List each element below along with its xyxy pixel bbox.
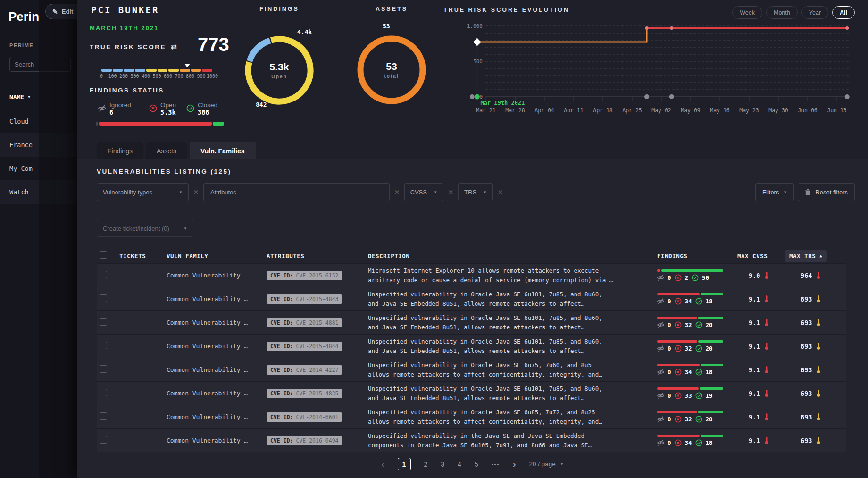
cvss-filter-select[interactable]: CVSS▼ bbox=[404, 183, 443, 201]
vuln-family-cell: Common Vulnerability … bbox=[167, 295, 267, 302]
closed-count: 20 bbox=[706, 345, 713, 352]
tab-vuln-families[interactable]: Vuln. Families bbox=[190, 142, 256, 159]
table-row[interactable]: Common Vulnerability … CVE ID:CVE-2015-4… bbox=[97, 310, 846, 334]
cve-attribute-chip[interactable]: CVE ID:CVE-2014-4227 bbox=[267, 365, 342, 375]
table-row[interactable]: Common Vulnerability … CVE ID:CVE-2015-6… bbox=[97, 263, 846, 287]
cve-attribute-chip[interactable]: CVE ID:CVE-2015-4835 bbox=[267, 389, 342, 398]
table-row[interactable]: Common Vulnerability … CVE ID:CVE-2015-4… bbox=[97, 334, 846, 358]
table-header-row: TICKETSVULN FAMILYATTRIBUTESDESCRIPTIONF… bbox=[97, 248, 846, 263]
swap-arrows-icon[interactable]: ⇄ bbox=[171, 42, 177, 51]
trash-icon bbox=[805, 189, 811, 196]
cve-attribute-chip[interactable]: CVE ID:CVE-2015-4844 bbox=[267, 342, 342, 351]
row-checkbox[interactable] bbox=[100, 436, 107, 444]
donut-center-label: Open bbox=[271, 74, 287, 79]
row-checkbox[interactable] bbox=[100, 318, 107, 326]
max-trs-cell: 693 bbox=[785, 342, 846, 350]
page-4[interactable]: 4 bbox=[458, 461, 461, 468]
chevron-down-icon: ▼ bbox=[483, 190, 487, 194]
eye-slash-icon bbox=[657, 439, 664, 446]
column-header-max-cvss[interactable]: MAX CVSS bbox=[737, 252, 785, 260]
tab-assets[interactable]: Assets bbox=[146, 142, 187, 159]
table-row[interactable]: Common Vulnerability … CVE ID:CVE-2015-4… bbox=[97, 381, 846, 405]
status-closed: Closed 386 bbox=[186, 101, 217, 116]
max-trs-cell: 693 bbox=[785, 366, 846, 374]
filters-dropdown-button[interactable]: Filters▼ bbox=[755, 183, 794, 201]
clear-filter-icon[interactable]: ✕ bbox=[394, 189, 400, 196]
create-ticket-select[interactable]: Create ticket/incident (0)▼ bbox=[97, 220, 193, 237]
clear-filter-icon[interactable]: ✕ bbox=[498, 189, 503, 196]
page-size-select[interactable]: 20 / page▼ bbox=[529, 461, 564, 468]
next-page-icon[interactable]: › bbox=[513, 459, 516, 470]
clear-filter-icon[interactable]: ✕ bbox=[193, 189, 199, 196]
column-header-max-trs[interactable]: MAX TRS▲ bbox=[785, 250, 827, 262]
open-count: 34 bbox=[685, 369, 692, 376]
findings-cell: 0 32 20 bbox=[657, 317, 737, 328]
circle-x-icon bbox=[675, 345, 682, 352]
sidebar-name-sort-header[interactable]: NAME ▼ bbox=[9, 93, 30, 101]
vuln-family-cell: Common Vulnerability … bbox=[167, 366, 267, 373]
description-cell: Microsoft Internet Explorer 10 allows re… bbox=[368, 266, 616, 285]
findings-cell: 0 34 18 bbox=[657, 293, 737, 305]
tab-findings[interactable]: Findings bbox=[97, 142, 143, 159]
row-checkbox[interactable] bbox=[100, 342, 107, 349]
sidebar-section-label: PERIME bbox=[9, 42, 33, 48]
trs-filter-select[interactable]: TRS▼ bbox=[458, 183, 493, 201]
cve-attribute-chip[interactable]: CVE ID:CVE-2014-6601 bbox=[267, 412, 342, 422]
clear-filter-icon[interactable]: ✕ bbox=[448, 189, 453, 196]
ignored-count: 0 bbox=[668, 298, 671, 305]
circle-x-icon bbox=[675, 298, 682, 305]
status-label: Open bbox=[160, 101, 176, 109]
svg-text:Mar 28: Mar 28 bbox=[505, 107, 525, 114]
svg-text:500: 500 bbox=[473, 59, 483, 65]
findings-status-bar bbox=[96, 122, 224, 126]
open-count: 34 bbox=[685, 439, 692, 446]
svg-text:Jun 13: Jun 13 bbox=[827, 107, 847, 114]
page-2[interactable]: 2 bbox=[424, 461, 428, 468]
cve-attribute-chip[interactable]: CVE ID:CVE-2015-4843 bbox=[267, 294, 342, 304]
chevron-down-icon: ▼ bbox=[179, 190, 183, 194]
prev-page-icon[interactable]: ‹ bbox=[381, 459, 384, 470]
closed-count: 20 bbox=[706, 416, 713, 423]
column-header-attributes[interactable]: ATTRIBUTES bbox=[267, 252, 368, 260]
page-3[interactable]: 3 bbox=[441, 461, 444, 468]
eye-slash-icon bbox=[657, 369, 664, 376]
circle-check-icon bbox=[695, 369, 702, 376]
more-pages-icon[interactable]: ••• bbox=[492, 461, 500, 467]
select-all-checkbox[interactable] bbox=[100, 251, 107, 259]
vuln-family-cell: Common Vulnerability … bbox=[167, 413, 267, 420]
attributes-filter-input[interactable] bbox=[243, 189, 389, 196]
findings-cell: 0 34 18 bbox=[657, 364, 737, 376]
vulnerability-types-select[interactable]: Vulnerability types▼ bbox=[97, 183, 189, 201]
circle-x-icon bbox=[675, 321, 682, 328]
findings-donut-label-secondary: 842 bbox=[256, 101, 267, 108]
findings-cell: 0 32 20 bbox=[657, 340, 737, 352]
page-5[interactable]: 5 bbox=[475, 461, 478, 468]
table-row[interactable]: Common Vulnerability … CVE ID:CVE-2016-0… bbox=[97, 428, 846, 452]
table-row[interactable]: Common Vulnerability … CVE ID:CVE-2014-6… bbox=[97, 405, 846, 428]
max-trs-cell: 693 bbox=[785, 413, 846, 421]
eye-slash-icon bbox=[657, 274, 664, 281]
max-cvss-cell: 9.1 bbox=[737, 413, 785, 421]
cve-attribute-chip[interactable]: CVE ID:CVE-2015-6152 bbox=[267, 271, 342, 280]
svg-text:May 23: May 23 bbox=[739, 107, 759, 114]
row-checkbox[interactable] bbox=[100, 271, 107, 278]
status-label: Ignored bbox=[109, 101, 131, 109]
table-row[interactable]: Common Vulnerability … CVE ID:CVE-2014-4… bbox=[97, 358, 846, 381]
closed-count: 18 bbox=[706, 298, 713, 305]
row-checkbox[interactable] bbox=[100, 365, 107, 373]
row-checkbox[interactable] bbox=[100, 294, 107, 302]
table-row[interactable]: Common Vulnerability … CVE ID:CVE-2015-4… bbox=[97, 287, 846, 310]
column-header-tickets[interactable]: TICKETS bbox=[119, 252, 167, 260]
column-header-findings[interactable]: FINDINGS bbox=[657, 252, 737, 260]
column-header-description[interactable]: DESCRIPTION bbox=[368, 252, 657, 260]
eye-slash-icon bbox=[657, 321, 664, 328]
cve-attribute-chip[interactable]: CVE ID:CVE-2016-0494 bbox=[267, 436, 342, 445]
page-1[interactable]: 1 bbox=[398, 458, 411, 470]
cve-attribute-chip[interactable]: CVE ID:CVE-2015-4881 bbox=[267, 318, 342, 327]
circle-check-icon bbox=[186, 104, 194, 112]
row-checkbox[interactable] bbox=[100, 389, 107, 396]
sort-asc-icon: ▲ bbox=[819, 253, 822, 258]
row-checkbox[interactable] bbox=[100, 412, 107, 420]
reset-filters-button[interactable]: Reset filters bbox=[798, 183, 855, 201]
column-header-vuln-family[interactable]: VULN FAMILY bbox=[167, 252, 267, 260]
